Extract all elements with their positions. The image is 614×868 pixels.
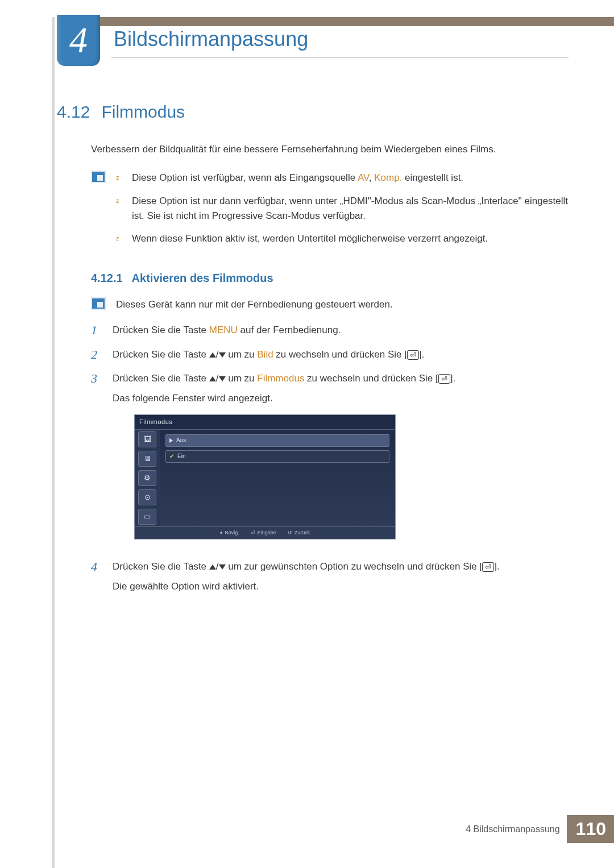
page-footer: 4 Bildschirmanpassung 110: [466, 815, 614, 843]
step-body: Drücken Sie die Taste / um zu Bild zu we…: [113, 347, 569, 363]
osd-hint-enter: Eingabe: [251, 529, 276, 537]
down-arrow-icon: [219, 564, 226, 570]
osd-body: 🖼 🖥 ⚙ ⊙ ▭ Aus ✔Ein: [135, 430, 395, 526]
osd-tab-icon: 🖼: [138, 431, 156, 447]
section-number: 4.12: [57, 102, 90, 122]
text: zu wechseln und drücken Sie [: [304, 373, 438, 384]
text: ].: [450, 373, 455, 384]
text: Die gewählte Option wird aktiviert.: [113, 579, 569, 594]
left-margin-rule: [52, 17, 55, 868]
enter-icon: ⏎: [438, 374, 450, 384]
osd-option: ✔Ein: [165, 450, 389, 463]
text: Drücken Sie die Taste: [113, 561, 209, 572]
footer-page-number: 110: [567, 815, 614, 843]
header-divider: [111, 57, 569, 58]
footer-chapter-label: 4 Bildschirmanpassung: [466, 824, 559, 834]
osd-tab-icon: ⚙: [138, 470, 156, 486]
note-item: Wenn diese Funktion aktiv ist, werden Un…: [116, 231, 569, 246]
text: Drücken Sie die Taste: [113, 349, 209, 360]
text: eingestellt ist.: [402, 172, 463, 183]
step-3: 3 Drücken Sie die Taste / um zu Filmmodu…: [91, 371, 569, 550]
chapter-number: 4: [69, 19, 88, 61]
osd-sidebar: 🖼 🖥 ⚙ ⊙ ▭: [135, 430, 160, 526]
page-content: 4.12 Filmmodus Verbessern der Bildqualit…: [57, 102, 569, 602]
up-arrow-icon: [209, 564, 216, 570]
text: um zu: [226, 349, 258, 360]
keyword: Komp.: [374, 172, 402, 183]
subsection-heading: 4.12.1 Aktivieren des Filmmodus: [91, 272, 569, 285]
keyword: Bild: [257, 349, 273, 360]
osd-tab-icon: ▭: [138, 509, 156, 525]
osd-option-label: Aus: [176, 436, 186, 445]
text: Das folgende Fenster wird angezeigt.: [113, 391, 569, 406]
check-icon: ✔: [169, 452, 174, 461]
step-2: 2 Drücken Sie die Taste / um zu Bild zu …: [91, 347, 569, 363]
text: Diese Option ist verfügbar, wenn als Ein…: [132, 172, 358, 183]
text: ,: [369, 172, 374, 183]
header-bar: [57, 17, 614, 26]
caret-right-icon: [169, 438, 173, 443]
step-number: 4: [91, 559, 102, 594]
text: ].: [494, 561, 499, 572]
section-title: Filmmodus: [101, 102, 185, 122]
remote-note-text: Dieses Gerät kann nur mit der Fernbedien…: [116, 297, 569, 312]
text: um zu: [226, 373, 258, 384]
text: auf der Fernbedienung.: [238, 325, 341, 335]
osd-title: Filmmodus: [135, 415, 395, 430]
osd-hint-move: Navig.: [220, 529, 239, 537]
down-arrow-icon: [219, 376, 226, 381]
step-body: Drücken Sie die Taste / um zu Filmmodus …: [113, 371, 569, 550]
chapter-title: Bildschirmanpassung: [114, 27, 308, 51]
osd-options: Aus ✔Ein: [160, 430, 395, 526]
step-4: 4 Drücken Sie die Taste / um zur gewünsc…: [91, 559, 569, 594]
text: Drücken Sie die Taste: [113, 373, 209, 384]
note-block: Diese Option ist verfügbar, wenn als Ein…: [91, 171, 569, 254]
text: zu wechseln und drücken Sie [: [273, 349, 407, 360]
text: Drücken Sie die Taste: [113, 325, 209, 335]
section-intro: Verbessern der Bildqualität für eine bes…: [91, 142, 569, 157]
steps-list: 1 Drücken Sie die Taste MENU auf der Fer…: [91, 322, 569, 594]
up-arrow-icon: [209, 376, 216, 381]
step-body: Drücken Sie die Taste MENU auf der Fernb…: [113, 322, 569, 339]
note-icon: [91, 297, 106, 310]
osd-screenshot: Filmmodus 🖼 🖥 ⚙ ⊙ ▭ Aus ✔Ein: [134, 414, 396, 539]
step-body: Drücken Sie die Taste / um zur gewünscht…: [113, 559, 569, 594]
osd-tab-icon: ⊙: [138, 489, 156, 505]
enter-icon: ⏎: [482, 562, 494, 572]
remote-note: Dieses Gerät kann nur mit der Fernbedien…: [91, 297, 569, 312]
osd-hint-return: Zurück: [288, 529, 310, 537]
keyword: MENU: [209, 325, 238, 335]
chapter-tab: 4: [57, 15, 100, 66]
up-arrow-icon: [209, 352, 216, 358]
osd-option-label: Ein: [177, 452, 185, 461]
note-icon: [91, 171, 106, 183]
keyword: AV: [358, 172, 369, 183]
enter-icon: ⏎: [407, 350, 419, 360]
step-number: 3: [91, 371, 102, 550]
subsection-number: 4.12.1: [91, 272, 123, 285]
note-item: Diese Option ist nur dann verfügbar, wen…: [116, 194, 569, 224]
osd-option-selected: Aus: [165, 434, 389, 447]
osd-tab-icon: 🖥: [138, 451, 156, 467]
text: um zur gewünschten Option zu wechseln un…: [226, 561, 483, 572]
osd-footer: Navig. Eingabe Zurück: [135, 526, 395, 538]
step-number: 2: [91, 347, 102, 363]
text: ].: [419, 349, 424, 360]
step-1: 1 Drücken Sie die Taste MENU auf der Fer…: [91, 322, 569, 339]
note-item: Diese Option ist verfügbar, wenn als Ein…: [116, 171, 569, 185]
note-list: Diese Option ist verfügbar, wenn als Ein…: [116, 171, 569, 254]
step-number: 1: [91, 322, 102, 339]
down-arrow-icon: [219, 352, 226, 358]
section-heading: 4.12 Filmmodus: [57, 102, 569, 122]
keyword: Filmmodus: [257, 373, 304, 384]
subsection-title: Aktivieren des Filmmodus: [132, 272, 273, 285]
